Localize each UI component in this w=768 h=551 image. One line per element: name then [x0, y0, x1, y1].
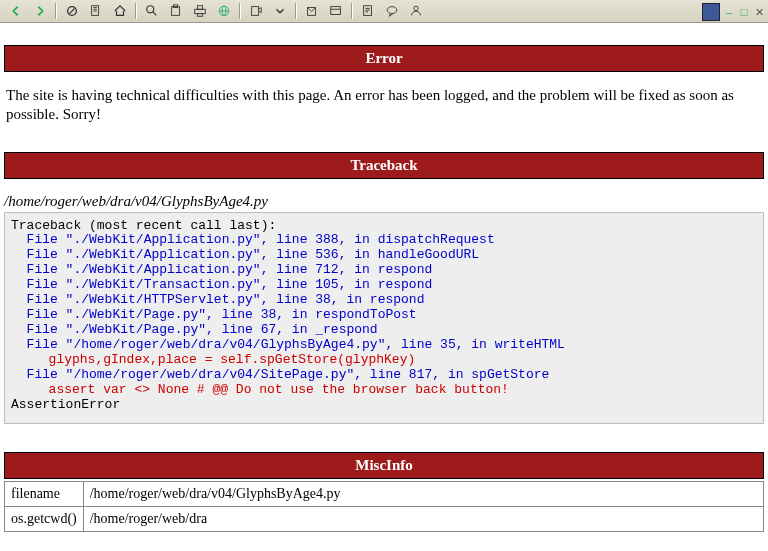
- misc-row: filename/home/roger/web/dra/v04/GlyphsBy…: [5, 481, 764, 506]
- traceback-frame: File "./WebKit/Page.py", line 38, in res…: [27, 307, 417, 322]
- maximize-button[interactable]: □: [738, 6, 750, 18]
- svg-point-18: [387, 7, 397, 14]
- note-icon[interactable]: [357, 1, 379, 21]
- browser-window: – □ ✕ Error The site is having technical…: [0, 0, 768, 551]
- search-icon[interactable]: [141, 1, 163, 21]
- traceback-frame: File "./WebKit/Application.py", line 712…: [27, 262, 433, 277]
- stop-icon[interactable]: [61, 1, 83, 21]
- app-icon: [702, 3, 720, 21]
- user-icon[interactable]: [405, 1, 427, 21]
- error-message: The site is having technical difficultie…: [6, 86, 762, 124]
- dropdown-icon[interactable]: [269, 1, 291, 21]
- window-icon[interactable]: [325, 1, 347, 21]
- security-icon[interactable]: [245, 1, 267, 21]
- clipboard-icon[interactable]: [165, 1, 187, 21]
- traceback-exception: AssertionError: [11, 397, 120, 412]
- toolbar: [0, 0, 768, 23]
- error-heading: Error: [4, 45, 764, 72]
- traceback-frame: File "/home/roger/web/dra/v04/SitePage.p…: [27, 367, 550, 382]
- bookmark-icon[interactable]: [301, 1, 323, 21]
- traceback-frame: File "./WebKit/Transaction.py", line 105…: [27, 277, 433, 292]
- traceback-heading: Traceback: [4, 152, 764, 179]
- page-content: Error The site is having technical diffi…: [0, 23, 768, 532]
- svg-line-4: [153, 12, 157, 16]
- forward-arrow-icon[interactable]: [29, 1, 51, 21]
- reload-icon[interactable]: [85, 1, 107, 21]
- traceback-frame: File "/home/roger/web/dra/v04/GlyphsByAg…: [27, 337, 565, 352]
- globe-icon[interactable]: [213, 1, 235, 21]
- misc-row: os.getcwd()/home/roger/web/dra: [5, 506, 764, 531]
- traceback-frame: File "./WebKit/Page.py", line 67, in _re…: [27, 322, 378, 337]
- close-button[interactable]: ✕: [753, 6, 765, 18]
- traceback-frame: File "./WebKit/Application.py", line 388…: [27, 232, 495, 247]
- back-arrow-icon[interactable]: [5, 1, 27, 21]
- traceback-header: Traceback (most recent call last):: [11, 218, 276, 233]
- traceback-frame: File "./WebKit/Application.py", line 536…: [27, 247, 479, 262]
- misc-value: /home/roger/web/dra/v04/GlyphsByAge4.py: [83, 481, 763, 506]
- traceback-code: assert var <> None # @@ Do not use the b…: [49, 382, 509, 397]
- svg-rect-15: [331, 7, 341, 15]
- print-icon[interactable]: [189, 1, 211, 21]
- svg-rect-8: [197, 6, 202, 10]
- miscinfo-heading: MiscInfo: [4, 452, 764, 479]
- svg-point-19: [414, 6, 418, 10]
- minimize-button[interactable]: –: [723, 6, 735, 18]
- svg-point-3: [147, 6, 154, 13]
- svg-line-1: [69, 8, 74, 13]
- misc-table: filename/home/roger/web/dra/v04/GlyphsBy…: [4, 481, 764, 532]
- misc-value: /home/roger/web/dra: [83, 506, 763, 531]
- svg-rect-9: [197, 14, 202, 17]
- traceback-code: glyphs,gIndex,place = self.spGetStore(gl…: [49, 352, 416, 367]
- misc-key: os.getcwd(): [5, 506, 84, 531]
- svg-rect-13: [252, 7, 259, 16]
- misc-key: filename: [5, 481, 84, 506]
- window-controls: – □ ✕: [702, 3, 765, 21]
- home-icon[interactable]: [109, 1, 131, 21]
- source-file-path: /home/roger/web/dra/v04/GlyphsByAge4.py: [4, 193, 764, 210]
- svg-rect-7: [195, 9, 206, 13]
- traceback-frame: File "./WebKit/HTTPServlet.py", line 38,…: [27, 292, 425, 307]
- chat-icon[interactable]: [381, 1, 403, 21]
- traceback-box: Traceback (most recent call last): File …: [4, 212, 764, 424]
